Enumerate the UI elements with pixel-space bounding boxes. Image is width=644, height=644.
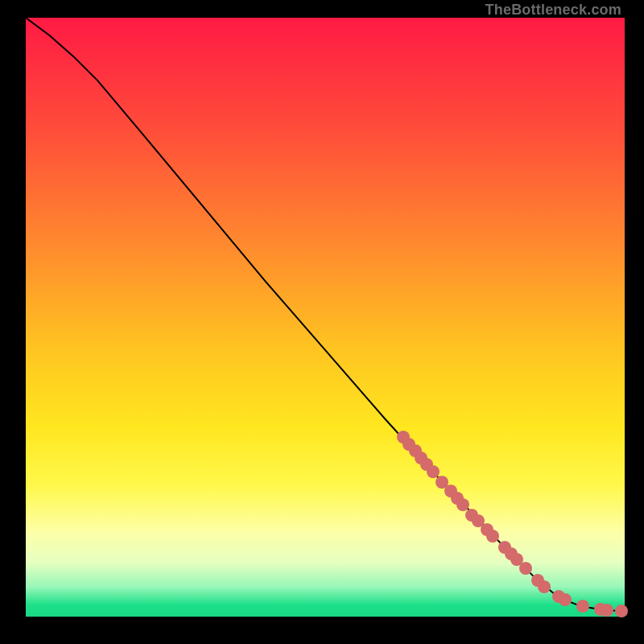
data-point — [559, 593, 572, 606]
data-point — [615, 605, 628, 617]
curve-path — [26, 18, 625, 611]
curve-svg — [26, 18, 625, 617]
data-point — [601, 604, 613, 617]
data-point — [486, 530, 499, 543]
plot-area — [26, 18, 625, 617]
data-point — [538, 580, 551, 593]
chart-frame: TheBottleneck.com — [0, 0, 644, 644]
attribution-label: TheBottleneck.com — [485, 2, 621, 19]
